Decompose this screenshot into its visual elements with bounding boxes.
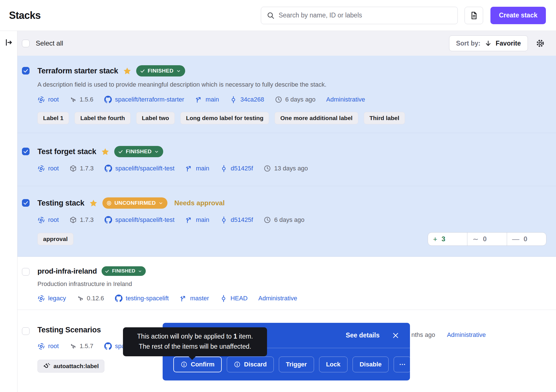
lock-button[interactable]: Lock	[319, 357, 348, 372]
commit-link[interactable]: HEAD	[220, 295, 248, 302]
create-stack-button[interactable]: Create stack	[490, 7, 546, 24]
search-box[interactable]	[261, 7, 458, 24]
list-toolbar: Select all Sort by: Favorite	[17, 31, 556, 56]
cube-icon	[70, 165, 77, 172]
info-icon	[234, 361, 241, 368]
branch-link[interactable]: main	[185, 165, 209, 172]
stack-label[interactable]: Label two	[136, 112, 175, 124]
more-actions-button[interactable]	[394, 357, 411, 372]
stack-description: Production infrastructure in Ireland	[37, 280, 546, 288]
space-link[interactable]: root	[37, 343, 59, 350]
confirm-button[interactable]: Confirm	[173, 357, 222, 372]
commit-link[interactable]: 34ca268	[230, 96, 264, 103]
terraform-version: 1.5.7	[70, 343, 93, 350]
terraform-icon	[70, 343, 77, 350]
unconfirmed-target-icon	[106, 200, 112, 206]
updated-time: 13 days ago	[264, 165, 308, 172]
stack-label[interactable]: One more additional label	[275, 112, 358, 124]
stack-row-prod-infra-ireland[interactable]: prod-infra-ireland FINISHED Production i…	[17, 257, 556, 310]
branch-link[interactable]: main	[195, 96, 219, 103]
row-checkbox[interactable]	[22, 199, 30, 207]
space-icon	[37, 343, 45, 350]
favorite-star-icon[interactable]	[89, 199, 98, 207]
stack-label[interactable]: Label 1	[37, 112, 69, 124]
stack-name[interactable]: Testing stack	[37, 199, 84, 208]
trigger-button[interactable]: Trigger	[279, 357, 314, 372]
row-checkbox[interactable]	[22, 148, 30, 155]
list-settings-button[interactable]	[535, 38, 545, 48]
row-checkbox[interactable]	[22, 67, 30, 75]
sort-button[interactable]: Sort by: Favorite	[449, 35, 528, 51]
branch-link[interactable]: master	[180, 295, 209, 302]
see-details-link[interactable]: See details	[346, 332, 380, 339]
terraform-version: 1.7.3	[70, 216, 94, 224]
status-badge[interactable]: UNCONFIRMED	[102, 197, 167, 209]
expand-sidebar-icon[interactable]	[5, 38, 13, 47]
space-icon	[37, 96, 45, 103]
terraform-version: 1.7.3	[70, 165, 94, 172]
stack-label[interactable]: Label the fourth	[75, 112, 131, 124]
commit-link[interactable]: d51425f	[220, 165, 253, 172]
github-icon	[104, 216, 112, 224]
sort-direction-icon	[485, 40, 492, 47]
space-link[interactable]: root	[37, 96, 59, 103]
stack-row-test-forget[interactable]: Test forget stack FINISHED root	[17, 133, 556, 186]
administrative-link[interactable]: Administrative	[326, 96, 365, 103]
select-all-checkbox[interactable]	[22, 40, 30, 47]
chevron-down-icon	[138, 269, 142, 273]
space-link[interactable]: root	[37, 165, 59, 172]
resource-change-counters: + 3 ∼ 0 — 0	[428, 232, 546, 246]
administrative-link[interactable]: Administrative	[258, 295, 297, 302]
branch-icon	[180, 295, 187, 302]
terraform-icon	[77, 295, 84, 302]
github-icon	[104, 165, 112, 172]
favorite-star-icon[interactable]	[123, 67, 131, 75]
github-icon	[104, 96, 112, 103]
search-input[interactable]	[279, 12, 452, 19]
status-badge[interactable]: FINISHED	[102, 266, 146, 276]
discard-button[interactable]: Discard	[227, 357, 274, 372]
status-badge[interactable]: FINISHED	[136, 65, 185, 76]
row-checkbox[interactable]	[22, 268, 30, 276]
docs-button[interactable]	[465, 7, 483, 24]
branch-icon	[195, 96, 203, 103]
status-label: UNCONFIRMED	[115, 200, 156, 206]
document-icon	[470, 11, 478, 20]
tooltip-line-2: The rest of the items will be unaffected…	[126, 342, 264, 352]
check-icon	[118, 149, 123, 154]
favorite-star-icon[interactable]	[101, 147, 109, 156]
stack-description: A description field is used to provide m…	[37, 81, 546, 88]
repo-link[interactable]: spacelift/spacelift-test	[104, 165, 174, 172]
commit-icon	[220, 216, 228, 224]
status-badge[interactable]: FINISHED	[114, 146, 163, 157]
search-icon	[267, 12, 275, 19]
close-actions-bar-button[interactable]	[392, 332, 399, 339]
row-checkbox[interactable]	[22, 327, 30, 335]
stack-label-autoattach[interactable]: autoattach:label	[37, 360, 104, 373]
branch-link[interactable]: main	[185, 216, 209, 224]
space-link[interactable]: legacy	[37, 295, 66, 302]
checkmark-icon	[23, 68, 29, 74]
repo-link[interactable]: spacelift/terraform-starter	[104, 96, 184, 103]
repo-link[interactable]: spacelift/spacelift-test	[104, 216, 174, 224]
space-link[interactable]: root	[37, 216, 59, 224]
tooltip-line-1: This action will only be applied to 1 it…	[126, 332, 264, 342]
stack-name[interactable]: Terraform starter stack	[37, 67, 118, 75]
stack-label[interactable]: Third label	[364, 112, 405, 124]
space-icon	[37, 216, 45, 224]
stack-name[interactable]: Testing Scenarios	[37, 326, 101, 334]
repo-link[interactable]: testing-spacelift	[115, 294, 169, 302]
stack-label[interactable]: Long demo label for testing	[180, 112, 269, 124]
stack-name[interactable]: prod-infra-ireland	[37, 267, 97, 276]
commit-link[interactable]: d51425f	[220, 216, 253, 224]
stack-name[interactable]: Test forget stack	[37, 147, 96, 156]
checkmark-icon	[23, 200, 29, 206]
status-label: FINISHED	[148, 68, 174, 74]
stack-row-testing-stack[interactable]: Testing stack UNCONFIRMED Needs approval…	[17, 186, 556, 257]
stack-row-terraform-starter[interactable]: Terraform starter stack FINISHED A descr…	[17, 56, 556, 133]
sort-value: Favorite	[496, 40, 521, 47]
branch-icon	[185, 165, 193, 172]
administrative-link[interactable]: Administrative	[447, 331, 486, 339]
stack-label[interactable]: approval	[37, 233, 73, 245]
disable-button[interactable]: Disable	[353, 357, 389, 372]
